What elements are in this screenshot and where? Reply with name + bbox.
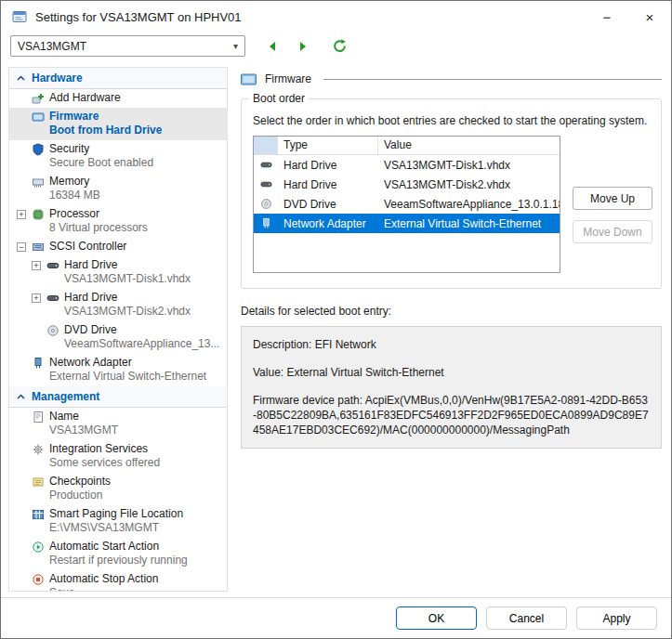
boot-order-group-label: Boot order xyxy=(249,92,309,105)
sidebar-item-scsi-controller[interactable]: − SCSI Controller xyxy=(9,238,227,256)
boot-entry-row[interactable]: Hard Drive VSA13MGMT-Disk1.vhdx xyxy=(254,155,560,175)
expander-icon[interactable] xyxy=(17,445,26,454)
expander-icon[interactable] xyxy=(17,542,26,552)
footer-bar: OK Cancel Apply xyxy=(1,597,671,638)
sidebar-item-add-hardware[interactable]: Add Hardware xyxy=(9,89,227,108)
collapse-chevron-icon xyxy=(17,394,25,399)
sidebar-item-integration-services[interactable]: Integration ServicesSome services offere… xyxy=(9,440,227,473)
sidebar-item-automatic-stop-action[interactable]: Automatic Stop ActionSave xyxy=(9,570,227,592)
sidebar-item-label: Checkpoints xyxy=(49,475,111,489)
expander-icon[interactable] xyxy=(17,112,26,122)
toolbar: VSA13MGMT ▾ xyxy=(1,33,671,65)
sidebar-item-subtitle: E:\VMS\VSA13MGMT xyxy=(49,521,183,535)
minimize-button[interactable]: − xyxy=(586,1,628,33)
expander-icon[interactable] xyxy=(17,477,26,487)
sidebar-item-label: Security xyxy=(49,142,153,156)
boot-entry-row-selected[interactable]: Network Adapter External Virtual Switch-… xyxy=(254,214,560,233)
boot-entry-row[interactable]: Hard Drive VSA13MGMT-Disk2.vhdx xyxy=(254,175,560,194)
boot-table-value-header[interactable]: Value xyxy=(378,137,560,154)
sidebar-item-label: Hard Drive xyxy=(64,258,191,272)
sidebar-item-label: Network Adapter xyxy=(49,356,206,370)
sidebar-item-processor[interactable]: + Processor8 Virtual processors xyxy=(9,205,227,238)
sidebar-item-security[interactable]: SecuritySecure Boot enabled xyxy=(9,140,227,173)
section-header-hardware[interactable]: Hardware xyxy=(9,68,227,89)
expander-icon[interactable] xyxy=(17,510,26,519)
navigation-controls xyxy=(264,38,348,55)
expander-icon[interactable] xyxy=(17,145,26,154)
back-icon xyxy=(267,41,278,52)
sidebar-item-subtitle: Secure Boot enabled xyxy=(49,156,153,170)
expander-icon[interactable]: + xyxy=(32,261,41,270)
boot-order-description: Select the order in which boot entries a… xyxy=(253,114,650,127)
sidebar-item-name[interactable]: NameVSA13MGMT xyxy=(9,408,227,440)
close-button[interactable]: × xyxy=(628,1,671,33)
boot-table-header: Type Value xyxy=(254,137,560,155)
sidebar-item-subtitle: Restart if previously running xyxy=(49,554,188,567)
sidebar-item-subtitle: Production xyxy=(49,489,111,502)
boot-entry-value: External Virtual Switch-Ethernet xyxy=(378,217,560,230)
sidebar-item-automatic-start-action[interactable]: Automatic Start ActionRestart if previou… xyxy=(9,538,227,570)
expander-icon[interactable]: − xyxy=(17,242,26,252)
expander-icon[interactable] xyxy=(32,326,41,335)
sidebar-item-subtitle: VeeamSoftwareAppliance_13... xyxy=(64,337,219,351)
boot-order-group: Boot order Select the order in which boo… xyxy=(241,98,662,289)
boot-entry-row[interactable]: DVD Drive VeeamSoftwareAppliance_13.0.1.… xyxy=(254,194,560,214)
sidebar-item-smart-paging-file-location[interactable]: Smart Paging File LocationE:\VMS\VSA13MG… xyxy=(9,505,227,538)
collapse-chevron-icon xyxy=(17,75,25,81)
dvd-drive-icon xyxy=(254,198,278,210)
sidebar-item-subtitle: 16384 MB xyxy=(49,189,100,202)
move-down-button[interactable]: Move Down xyxy=(573,220,652,243)
vm-selector-value: VSA13MGMT xyxy=(18,40,86,53)
title-bar: Settings for VSA13MGMT on HPHV01 − × xyxy=(1,1,671,33)
apply-button[interactable]: Apply xyxy=(576,606,657,630)
sidebar-item-label: Automatic Stop Action xyxy=(49,572,158,586)
auto-stop-icon xyxy=(31,573,45,586)
section-label: Hardware xyxy=(32,72,83,85)
sidebar-item-memory[interactable]: Memory16384 MB xyxy=(9,173,227,205)
sidebar-item-subtitle: Boot from Hard Drive xyxy=(49,124,162,137)
sidebar-item-label: Add Hardware xyxy=(49,91,121,105)
sidebar-item-firmware[interactable]: FirmwareBoot from Hard Drive xyxy=(9,108,227,140)
expander-icon[interactable]: + xyxy=(17,210,26,219)
expander-icon[interactable] xyxy=(17,359,26,368)
hard-drive-icon xyxy=(254,159,278,171)
expander-icon[interactable] xyxy=(17,412,26,422)
boot-entry-type: Network Adapter xyxy=(278,217,378,230)
sidebar-item-dvd-drive[interactable]: DVD DriveVeeamSoftwareAppliance_13... xyxy=(9,321,227,354)
sidebar-item-checkpoints[interactable]: CheckpointsProduction xyxy=(9,473,227,505)
cancel-button[interactable]: Cancel xyxy=(486,606,567,630)
panel-title: Firmware xyxy=(265,72,311,85)
refresh-button[interactable] xyxy=(331,38,348,55)
details-label: Details for selected boot entry: xyxy=(241,305,662,318)
expander-icon[interactable] xyxy=(17,177,26,187)
sidebar-item-hard-drive-2[interactable]: + Hard DriveVSA13MGMT-Disk2.vhdx xyxy=(9,289,227,321)
hard-drive-icon xyxy=(46,259,59,272)
chevron-down-icon: ▾ xyxy=(233,41,238,51)
network-adapter-icon xyxy=(31,357,45,370)
expander-icon[interactable] xyxy=(17,575,26,584)
add-hardware-icon xyxy=(31,92,45,105)
auto-start-icon xyxy=(31,541,45,554)
boot-order-table[interactable]: Type Value Hard Drive VSA13MGMT-Disk1.vh… xyxy=(253,136,560,273)
vm-selector-dropdown[interactable]: VSA13MGMT ▾ xyxy=(10,35,245,57)
expander-icon[interactable] xyxy=(17,94,26,103)
expander-icon[interactable]: + xyxy=(32,293,41,303)
sidebar-item-subtitle: VSA13MGMT-Disk1.vhdx xyxy=(64,272,191,286)
sidebar-item-network-adapter[interactable]: Network AdapterExternal Virtual Switch-E… xyxy=(9,354,227,386)
details-box: Description: EFI Network Value: External… xyxy=(241,326,662,449)
ok-button[interactable]: OK xyxy=(396,606,477,630)
refresh-icon xyxy=(333,39,347,53)
back-button[interactable] xyxy=(264,38,281,55)
boot-entry-value: VeeamSoftwareAppliance_13.0.1.18... xyxy=(378,198,560,211)
sidebar-item-label: Name xyxy=(49,410,118,424)
boot-table-type-header[interactable]: Type xyxy=(278,137,378,154)
content-area: Hardware Add Hardware FirmwareBoot from … xyxy=(1,65,671,597)
section-label: Management xyxy=(32,390,99,403)
sidebar-item-label: Memory xyxy=(49,175,100,189)
section-header-management[interactable]: Management xyxy=(9,386,227,408)
settings-dialog-icon xyxy=(12,9,27,24)
move-up-button[interactable]: Move Up xyxy=(573,187,652,210)
details-device-path: Firmware device path: AcpiEx(VMBus,0,0)/… xyxy=(253,393,650,437)
forward-button[interactable] xyxy=(295,38,311,55)
sidebar-item-hard-drive-1[interactable]: + Hard DriveVSA13MGMT-Disk1.vhdx xyxy=(9,256,227,289)
